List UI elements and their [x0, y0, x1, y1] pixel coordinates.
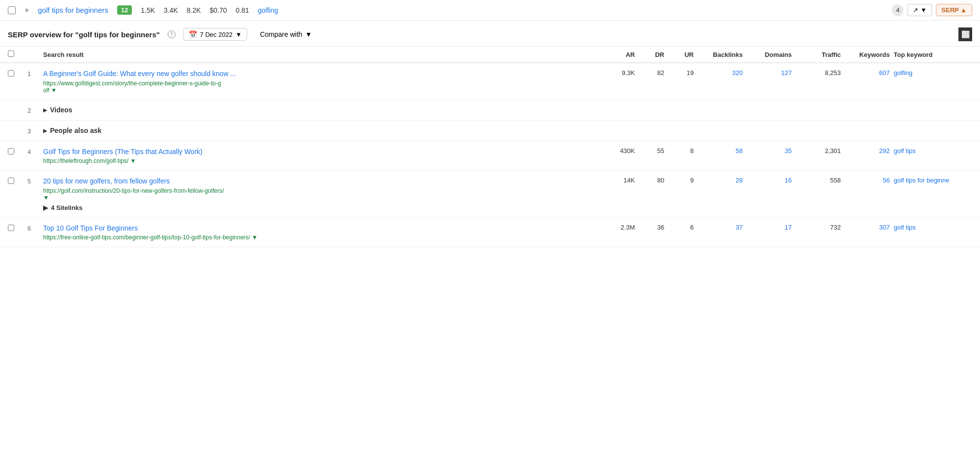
col-dr: DR: [639, 51, 668, 58]
result-url[interactable]: https://www.golfdigest.com/story/the-com…: [43, 80, 595, 94]
result-traffic: 558: [796, 177, 845, 184]
col-domains: Domains: [747, 51, 796, 58]
result-backlinks[interactable]: 320: [698, 69, 747, 77]
result-traffic: 8,253: [796, 69, 845, 77]
special-row-number: 2: [27, 106, 43, 114]
result-title-area: Golf Tips for Beginners (The Tips that A…: [43, 147, 595, 165]
result-top-keyword[interactable]: golf tips for beginne: [894, 177, 972, 184]
result-url[interactable]: https://theleftrough.com/golf-tips/ ▼: [43, 157, 595, 164]
col-keywords: Keywords: [845, 51, 894, 58]
result-ur: 8: [668, 147, 698, 155]
result-ar: 2.3M: [595, 224, 639, 231]
result-domains[interactable]: 16: [747, 177, 796, 184]
col-top-keyword: Top keyword: [894, 51, 972, 58]
col-search-result: Search result: [43, 51, 595, 58]
result-keywords[interactable]: 307: [845, 224, 894, 231]
result-title-area: A Beginner's Golf Guide: What every new …: [43, 69, 595, 94]
special-label-text: Videos: [50, 106, 73, 114]
export-icon: ⬜: [961, 30, 970, 38]
row-checkbox[interactable]: [8, 69, 27, 78]
table-row: 5 20 tips for new golfers, from fellow g…: [0, 171, 980, 218]
col-check[interactable]: [8, 51, 27, 58]
result-title[interactable]: A Beginner's Golf Guide: What every new …: [43, 69, 595, 79]
serp-button[interactable]: SERP ▲: [936, 4, 972, 16]
result-ur: 9: [668, 177, 698, 184]
help-icon[interactable]: ?: [168, 30, 176, 38]
date-label: 7 Dec 2022: [200, 31, 233, 38]
row-number: 4: [27, 147, 43, 155]
sitelinks-expand-arrow: ▶: [43, 204, 48, 211]
special-row[interactable]: 2 ▶ Videos: [0, 100, 980, 121]
compare-label: Compare with: [260, 30, 302, 38]
result-keywords[interactable]: 607: [845, 69, 894, 77]
top-bar: + golf tips for beginners 12 1.5K 3.4K 8…: [0, 0, 980, 21]
col-ar: AR: [595, 51, 639, 58]
result-title-area: Top 10 Golf Tips For Beginners https://f…: [43, 224, 595, 241]
keyword-label: golf tips for beginners: [38, 6, 108, 14]
special-row[interactable]: 3 ▶ People also ask: [0, 121, 980, 141]
export-button[interactable]: ⬜: [958, 27, 972, 41]
row-checkbox[interactable]: [8, 177, 27, 185]
count-badge: 4: [892, 4, 904, 16]
col-traffic: Traffic: [796, 51, 845, 58]
special-row-label[interactable]: ▶ People also ask: [43, 127, 972, 134]
volume-stat: 1.5K: [141, 6, 155, 14]
result-traffic: 732: [796, 224, 845, 231]
result-top-keyword[interactable]: golf tips: [894, 224, 972, 231]
row-checkbox[interactable]: [8, 147, 27, 156]
cpc-stat: $0.70: [210, 6, 227, 14]
result-keywords[interactable]: 292: [845, 147, 894, 155]
page-title: SERP overview for "golf tips for beginne…: [8, 30, 160, 39]
result-title-area: 20 tips for new golfers, from fellow gol…: [43, 177, 595, 211]
result-domains[interactable]: 35: [747, 147, 796, 155]
compare-arrow: ▼: [305, 30, 312, 38]
col-backlinks: Backlinks: [698, 51, 747, 58]
table-row: 1 A Beginner's Golf Guide: What every ne…: [0, 63, 980, 100]
result-url[interactable]: https://golf.com/instruction/20-tips-for…: [43, 187, 595, 201]
result-dr: 82: [639, 69, 668, 77]
result-backlinks[interactable]: 58: [698, 147, 747, 155]
special-row-number: 3: [27, 127, 43, 135]
result-keywords[interactable]: 56: [845, 177, 894, 184]
expand-arrow-icon: ▶: [43, 107, 47, 113]
trend-button[interactable]: ↗ ▼: [907, 4, 932, 16]
sitelinks-label[interactable]: ▶ 4 Sitelinks: [43, 204, 595, 211]
row-number: 1: [27, 69, 43, 78]
special-row-label[interactable]: ▶ Videos: [43, 106, 972, 114]
row-checkbox[interactable]: [8, 224, 27, 233]
calendar-icon: 📅: [189, 30, 197, 38]
add-icon[interactable]: +: [25, 6, 29, 15]
result-backlinks[interactable]: 37: [698, 224, 747, 231]
top-bar-right: 4 ↗ ▼ SERP ▲: [892, 4, 972, 16]
results-table: Search result AR DR UR Backlinks Domains…: [0, 47, 980, 247]
result-title[interactable]: Top 10 Golf Tips For Beginners: [43, 224, 595, 233]
date-button[interactable]: 📅 7 Dec 2022 ▼: [183, 28, 247, 41]
trend-icon: ↗: [913, 6, 918, 14]
top-bar-checkbox[interactable]: [8, 6, 16, 14]
result-title[interactable]: 20 tips for new golfers, from fellow gol…: [43, 177, 595, 186]
header-row: SERP overview for "golf tips for beginne…: [0, 21, 980, 47]
result-ar: 430K: [595, 147, 639, 155]
table-header: Search result AR DR UR Backlinks Domains…: [0, 47, 980, 63]
stat3: 8.2K: [187, 6, 201, 14]
row-number: 5: [27, 177, 43, 185]
result-domains[interactable]: 17: [747, 224, 796, 231]
select-all-checkbox[interactable]: [8, 51, 14, 57]
result-ur: 19: [668, 69, 698, 77]
result-ar: 14K: [595, 177, 639, 184]
col-ur: UR: [668, 51, 698, 58]
table-row: 6 Top 10 Golf Tips For Beginners https:/…: [0, 218, 980, 248]
result-dr: 36: [639, 224, 668, 231]
stat2: 3.4K: [164, 6, 178, 14]
result-top-keyword[interactable]: golf tips: [894, 147, 972, 155]
result-backlinks[interactable]: 28: [698, 177, 747, 184]
tag-label: golfing: [258, 6, 278, 14]
result-title[interactable]: Golf Tips for Beginners (The Tips that A…: [43, 147, 595, 157]
result-domains[interactable]: 127: [747, 69, 796, 77]
compare-button[interactable]: Compare with ▼: [255, 28, 317, 40]
special-label-text: People also ask: [50, 127, 101, 134]
result-dr: 80: [639, 177, 668, 184]
result-url[interactable]: https://free-online-golf-tips.com/beginn…: [43, 234, 595, 241]
result-ar: 9.3K: [595, 69, 639, 77]
result-top-keyword[interactable]: golfing: [894, 69, 972, 77]
